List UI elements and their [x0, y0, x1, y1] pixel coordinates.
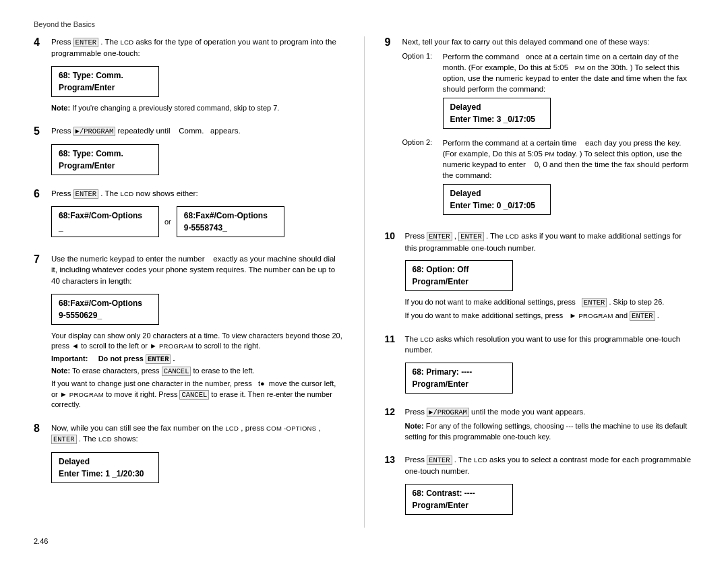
step-8-number: 8 — [34, 423, 43, 487]
right-column: 9 Next, tell your fax to carry out this … — [385, 36, 695, 528]
left-column: 4 Press ENTER . The LCD asks for the typ… — [34, 36, 344, 528]
step-9-number: 9 — [385, 36, 394, 221]
step-5-lcd-line2: Program/Enter — [59, 160, 152, 172]
page-footer: 2.46 — [34, 537, 48, 545]
step-6-lcd-left-line2: _ — [59, 222, 152, 234]
step-4-body: Press ENTER . The LCD asks for the type … — [51, 36, 344, 116]
option-1-text: Perform the command once at a certain ti… — [443, 51, 695, 94]
step-13-text: Press ENTER . The LCD asks you to select… — [405, 454, 695, 477]
option-1-lcd-wrapper: Delayed Enter Time: 3 _0/17:05 — [443, 94, 695, 132]
step-5-lcd: 68: Type: Comm. Program/Enter — [51, 144, 159, 175]
step-8-text: Now, while you can still see the fax num… — [51, 423, 344, 445]
step-12-note: Note: For any of the following settings,… — [405, 421, 695, 442]
step-11-number: 11 — [385, 334, 397, 397]
option-2-lcd-wrapper: Delayed Enter Time: 0 _0/17:05 — [443, 181, 695, 218]
step-10-number: 10 — [385, 230, 397, 323]
step-4-lcd: 68: Type: Comm. Program/Enter — [51, 66, 159, 97]
step-6-body: Press ENTER . The LCD now shows either: … — [51, 188, 284, 244]
step-5-body: Press ►/PROGRAM repeatedly until Comm. a… — [51, 125, 241, 178]
step-10-note1: If you do not want to make additional se… — [405, 297, 695, 308]
step-7-lcd: 68:Fax#/Com-Options 9-5550629_ — [51, 294, 159, 325]
step-6-number: 6 — [34, 188, 43, 244]
step-12: 12 Press ►/PROGRAM until the mode you wa… — [385, 406, 695, 445]
step-6-text: Press ENTER . The LCD now shows either: — [51, 188, 284, 199]
step-10-lcd-line2: Program/Enter — [413, 276, 506, 288]
step-4-text: Press ENTER . The LCD asks for the type … — [51, 36, 344, 59]
step-8-lcd-line1: Delayed — [59, 456, 152, 468]
option-1-lcd: Delayed Enter Time: 3 _0/17:05 — [443, 98, 551, 129]
step-6-lcd-right-line2: 9-5558743_ — [184, 222, 277, 234]
step-6-lcd-right-line1: 68:Fax#/Com-Options — [184, 210, 277, 222]
step-6-lcd-left-line1: 68:Fax#/Com-Options — [59, 210, 152, 222]
option-2-content: Option 2: Perform the command at a certa… — [402, 137, 695, 181]
option-2-lcd: Delayed Enter Time: 0 _0/17:05 — [443, 184, 551, 215]
step-8-body: Now, while you can still see the fax num… — [51, 423, 344, 487]
step-10: 10 Press ENTER , ENTER . The LCD asks if… — [385, 230, 695, 323]
or-label: or — [164, 218, 171, 226]
option-1-label: Option 1: — [402, 51, 439, 94]
step-11-lcd-line1: 68: Primary: ---- — [413, 366, 506, 378]
step-6-lcd-right: 68:Fax#/Com-Options 9-5558743_ — [177, 206, 284, 237]
step-6-lcd-group: 68:Fax#/Com-Options _ or 68:Fax#/Com-Opt… — [51, 203, 284, 241]
step-9-body: Next, tell your fax to carry out this de… — [402, 36, 695, 221]
step-13-body: Press ENTER . The LCD asks you to select… — [405, 454, 695, 518]
option-2-label: Option 2: — [402, 137, 439, 181]
step-7-lcd-line2: 9-5550629_ — [59, 309, 152, 321]
step-7-number: 7 — [34, 253, 43, 413]
breadcrumb: Beyond the Basics — [34, 20, 694, 28]
step-7: 7 Use the numeric keypad to enter the nu… — [34, 253, 344, 413]
option-2: Option 2: Perform the command at a certa… — [402, 137, 695, 218]
step-7-text: Use the numeric keypad to enter the numb… — [51, 253, 344, 287]
step-11-lcd-line2: Program/Enter — [413, 378, 506, 390]
step-7-body: Use the numeric keypad to enter the numb… — [51, 253, 344, 413]
step-5-number: 5 — [34, 125, 43, 178]
step-8: 8 Now, while you can still see the fax n… — [34, 423, 344, 487]
step-7-note1: Your display can show only 20 characters… — [51, 331, 344, 352]
step-7-lcd-line1: 68:Fax#/Com-Options — [59, 297, 152, 309]
page-number: 2.46 — [34, 537, 48, 545]
step-4-number: 4 — [34, 36, 43, 116]
step-10-lcd: 68: Option: Off Program/Enter — [405, 260, 513, 291]
step-10-text: Press ENTER , ENTER . The LCD asks if yo… — [405, 230, 695, 253]
step-12-number: 12 — [385, 406, 397, 445]
page-container: Beyond the Basics 4 Press ENTER . The LC… — [0, 0, 728, 562]
step-7-note3: If you want to change just one character… — [51, 379, 344, 410]
step-13-number: 13 — [385, 454, 397, 518]
option-2-lcd-line1: Delayed — [450, 187, 543, 199]
step-13-lcd-line2: Program/Enter — [413, 499, 506, 511]
option-1: Option 1: Perform the command once at a … — [402, 51, 695, 132]
step-8-lcd-line2: Enter Time: 1 _1/20:30 — [59, 468, 152, 480]
step-6: 6 Press ENTER . The LCD now shows either… — [34, 188, 344, 244]
step-13-lcd-line1: 68: Contrast: ---- — [413, 487, 506, 499]
main-content: 4 Press ENTER . The LCD asks for the typ… — [34, 36, 694, 528]
step-5-lcd-line1: 68: Type: Comm. — [59, 148, 152, 160]
option-2-lcd-line2: Enter Time: 0 _0/17:05 — [450, 199, 543, 212]
step-8-lcd: Delayed Enter Time: 1 _1/20:30 — [51, 452, 159, 483]
step-10-body: Press ENTER , ENTER . The LCD asks if yo… — [405, 230, 695, 323]
step-13: 13 Press ENTER . The LCD asks you to sel… — [385, 454, 695, 518]
step-11: 11 The LCD asks which resolution you wan… — [385, 334, 695, 397]
step-12-text: Press ►/PROGRAM until the mode you want … — [405, 406, 695, 418]
step-7-important: Important: Do not press ENTER . — [51, 354, 344, 363]
option-1-lcd-line2: Enter Time: 3 _0/17:05 — [450, 113, 543, 125]
step-12-body: Press ►/PROGRAM until the mode you want … — [405, 406, 695, 445]
step-7-note2: Note: To erase characters, press CANCEL … — [51, 366, 344, 377]
step-4-lcd-line1: 68: Type: Comm. — [59, 69, 152, 82]
step-11-body: The LCD asks which resolution you want t… — [405, 334, 695, 397]
step-9-text: Next, tell your fax to carry out this de… — [402, 36, 695, 48]
step-9: 9 Next, tell your fax to carry out this … — [385, 36, 695, 221]
option-2-text: Perform the command at a certain time ea… — [443, 137, 695, 181]
column-divider — [364, 36, 365, 528]
step-6-lcd-left: 68:Fax#/Com-Options _ — [51, 206, 159, 237]
step-5: 5 Press ►/PROGRAM repeatedly until Comm.… — [34, 125, 344, 178]
step-5-text: Press ►/PROGRAM repeatedly until Comm. a… — [51, 125, 241, 137]
step-10-note2: If you do want to make additional settin… — [405, 311, 695, 321]
step-10-lcd-line1: 68: Option: Off — [413, 263, 506, 276]
step-11-text: The LCD asks which resolution you want t… — [405, 334, 695, 356]
step-13-lcd: 68: Contrast: ---- Program/Enter — [405, 484, 513, 515]
step-4: 4 Press ENTER . The LCD asks for the typ… — [34, 36, 344, 116]
step-4-lcd-line2: Program/Enter — [59, 82, 152, 94]
step-4-note: Note: If you're changing a previously st… — [51, 103, 344, 113]
option-1-content: Option 1: Perform the command once at a … — [402, 51, 695, 94]
step-11-lcd: 68: Primary: ---- Program/Enter — [405, 363, 513, 394]
